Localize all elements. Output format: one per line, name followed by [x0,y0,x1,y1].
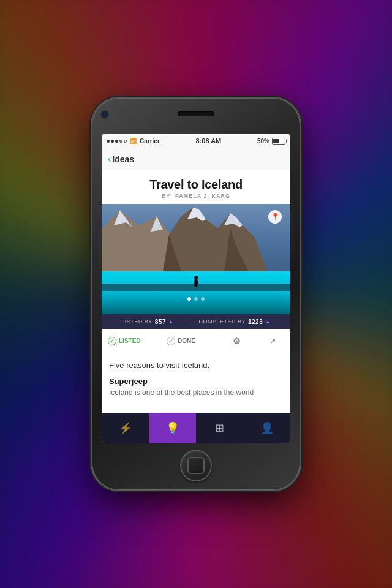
activity-icon: ⚡ [119,421,132,435]
dot-2 [194,297,198,301]
signal-dots [107,140,127,143]
carrier-label: Carrier [140,138,160,145]
signal-dot-1 [107,140,110,143]
done-check-icon: ✓ [167,337,175,345]
screen: 📶 Carrier 8:08 AM 50% ‹ Ideas [102,134,290,443]
stats-bar: LISTED BY 857 ▲ COMPLETED BY 1223 ▲ [102,314,290,329]
idea-title: Travel to Iceland [108,178,284,192]
nav-back-label: Ideas [112,154,134,164]
status-right: 50% [257,138,285,145]
wifi-icon: 📶 [130,138,137,144]
nav-bar: ‹ Ideas [102,148,290,170]
completed-stat: COMPLETED BY 1223 ▲ [198,318,270,325]
stat-separator [186,318,186,325]
home-button-inner [187,457,205,474]
signal-dot-2 [111,140,114,143]
back-chevron-icon: ‹ [108,154,111,164]
battery-indicator [272,138,285,145]
image-dots-indicator [187,297,205,301]
tab-ideas[interactable]: 💡 [149,413,196,443]
dot-1 [187,297,191,301]
listed-stat-count: 857 [155,318,166,325]
settings-button[interactable]: ⚙ [219,329,255,353]
title-section: Travel to Iceland BY PAMELA J. KARG [102,170,290,204]
listed-stat-label: LISTED BY [121,318,153,325]
status-left: 📶 Carrier [107,138,160,145]
summary-text: Five reasons to visit Iceland. [109,360,283,372]
dot-3 [201,297,205,301]
tab-grid[interactable]: ⊞ [196,413,243,443]
battery-percent: 50% [257,138,270,145]
listed-button-label: LISTED [119,337,141,344]
status-time: 8:08 AM [196,137,222,145]
grid-icon: ⊞ [215,421,224,435]
tab-activity[interactable]: ⚡ [102,413,149,443]
share-icon: ↗ [270,337,276,345]
tab-bar: ⚡ 💡 ⊞ 👤 [102,413,290,443]
image-section: 📍 [102,204,290,314]
listed-check-icon: ✓ [108,337,116,345]
done-button[interactable]: ✓ DONE [160,329,219,353]
back-button[interactable]: ‹ Ideas [108,154,134,164]
signal-dot-4 [119,140,123,143]
completed-stat-icon: ▲ [265,319,270,325]
completed-stat-label: COMPLETED BY [198,318,246,325]
body-text: Iceland is one of the best places in the… [109,387,283,398]
front-camera [100,110,109,119]
done-button-label: DONE [178,337,195,344]
status-bar: 📶 Carrier 8:08 AM 50% [102,134,290,148]
completed-stat-count: 1223 [248,318,263,325]
share-button[interactable]: ↗ [255,329,291,353]
home-button[interactable] [180,450,212,481]
svg-point-12 [194,276,198,279]
location-pin-icon[interactable]: 📍 [268,210,282,224]
action-bar: ✓ LISTED ✓ DONE ⚙ ↗ [102,329,290,353]
speaker [178,111,214,116]
content-area: Travel to Iceland BY PAMELA J. KARG [102,170,290,443]
idea-author: BY PAMELA J. KARG [108,193,284,199]
description-section: Five reasons to visit Iceland. Superjeep… [102,353,290,413]
tab-profile[interactable]: 👤 [243,413,290,443]
author-name: PAMELA J. KARG [175,193,230,199]
phone-frame: 📶 Carrier 8:08 AM 50% ‹ Ideas [92,98,300,490]
author-prefix: BY [162,193,170,199]
listed-button[interactable]: ✓ LISTED [102,329,160,353]
profile-icon: 👤 [260,421,274,435]
ideas-icon: 💡 [166,421,179,435]
listed-stat: LISTED BY 857 ▲ [121,318,173,325]
signal-dot-3 [115,140,118,143]
gear-icon: ⚙ [233,336,241,346]
subtitle-text: Superjeep [109,377,283,386]
battery-bar [272,138,285,145]
battery-fill [273,139,279,143]
listed-stat-icon: ▲ [168,319,173,325]
signal-dot-5 [124,140,127,143]
